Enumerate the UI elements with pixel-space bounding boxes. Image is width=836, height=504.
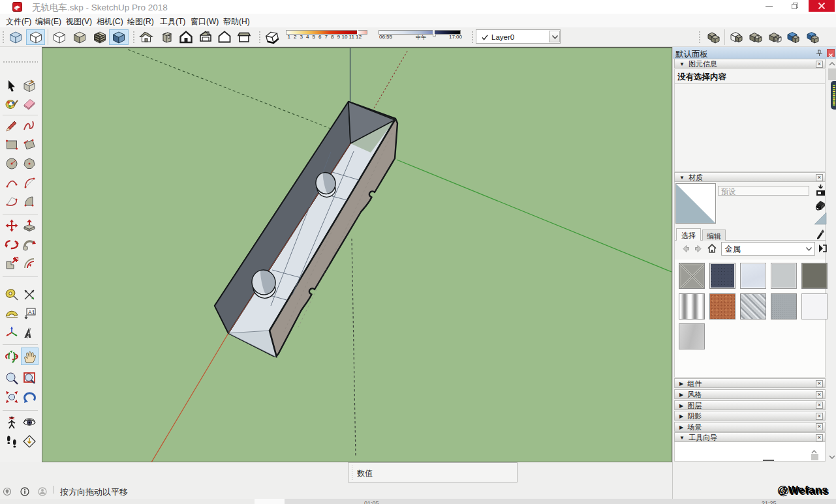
svg-text:A1: A1: [28, 309, 35, 316]
